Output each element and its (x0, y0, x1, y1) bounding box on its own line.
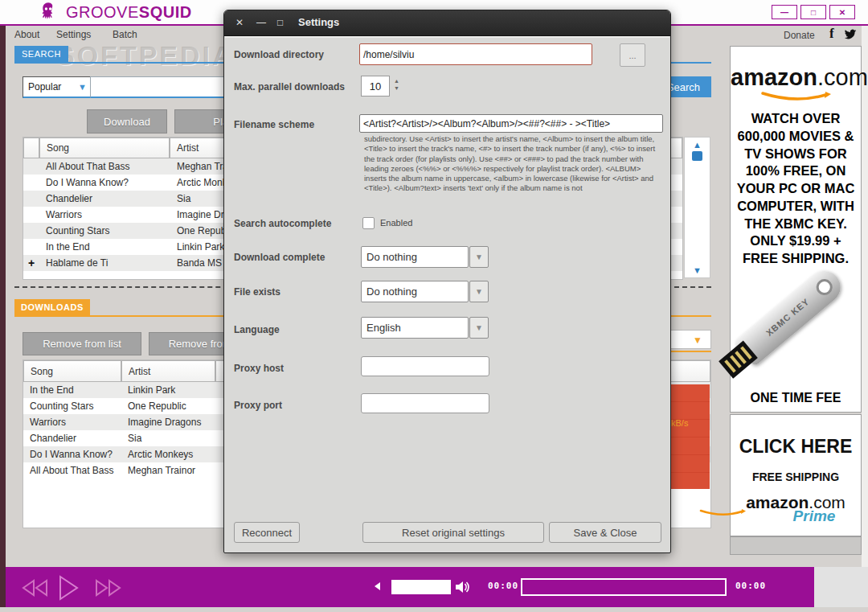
song-cell: Counting Stars (39, 225, 170, 236)
download-complete-label: Download complete (234, 252, 325, 263)
menu-about[interactable]: About (14, 29, 39, 40)
chevron-down-icon[interactable]: ▼ (469, 317, 489, 339)
amazon-swoosh-icon (698, 509, 747, 517)
volume-slider[interactable] (391, 580, 451, 594)
app-logo: GROOVESQUID (66, 3, 192, 22)
proxy-host-label: Proxy host (234, 363, 284, 374)
song-cell: All About That Bass (39, 161, 170, 172)
reconnect-button[interactable]: Reconnect (234, 522, 300, 543)
download-directory-input[interactable] (359, 43, 592, 65)
results-header-spacer[interactable] (23, 138, 39, 158)
elapsed-time: 00:00 (488, 581, 518, 591)
filename-scheme-input[interactable] (359, 114, 663, 133)
window-bottom-border (0, 607, 868, 612)
autocomplete-checkbox[interactable] (362, 217, 375, 229)
dialog-title: Settings (298, 16, 339, 28)
chevron-down-icon[interactable]: ▼ (469, 246, 489, 268)
play-icon[interactable] (57, 575, 80, 601)
proxy-host-input[interactable] (361, 356, 489, 376)
file-exists-label: File exists (234, 286, 280, 298)
key-label: XBMC KEY (764, 296, 811, 338)
logo-groove: GROOVE (66, 3, 139, 21)
usb-connector (719, 340, 758, 378)
volume-up-icon[interactable] (454, 579, 470, 595)
remove-from-list-button[interactable]: Remove from list (23, 332, 141, 355)
filename-scheme-help: subdirectory. Use <Artist> to insert the… (364, 134, 661, 209)
ad-panel-prime[interactable]: CLICK HERE FREE SHIPPING amazon.com Prim… (730, 414, 862, 536)
song-cell: Counting Stars (23, 400, 121, 412)
ad-panel-xbmc[interactable]: amazon.com WATCH OVER 600,000 MOVIES & T… (730, 46, 862, 413)
download-complete-select[interactable]: Do nothing (361, 246, 469, 268)
window-right-border (862, 26, 868, 607)
scrollbar-thumb[interactable] (692, 151, 702, 161)
ad-copy: WATCH OVER 600,000 MOVIES & TV SHOWS FOR… (731, 110, 861, 268)
download-speed-column: kB/s (669, 384, 710, 489)
menu-settings[interactable]: Settings (56, 29, 91, 40)
menu-batch[interactable]: Batch (113, 29, 137, 40)
dialog-maximize-icon[interactable]: □ (277, 17, 283, 28)
language-label: Language (234, 324, 280, 335)
dialog-titlebar: ✕ — □ Settings (224, 10, 670, 36)
next-track-icon[interactable] (92, 579, 123, 597)
search-category-value: Popular (28, 81, 61, 92)
browse-button[interactable]: ... (620, 43, 645, 67)
facebook-icon[interactable]: f (829, 26, 834, 42)
download-directory-label: Download directory (234, 49, 324, 60)
dialog-close-icon[interactable]: ✕ (235, 17, 244, 28)
reset-settings-button[interactable]: Reset original settings (362, 522, 544, 543)
player-bar: 00:00 00:00 (6, 567, 814, 607)
window-close-button[interactable]: ✕ (829, 5, 855, 19)
results-scrollbar[interactable]: ▲ ▼ (684, 137, 710, 278)
speed-unit: kB/s (671, 418, 688, 428)
ad-fee-text: ONE TIME FEE (731, 391, 861, 405)
scroll-up-icon[interactable]: ▲ (685, 140, 710, 150)
amazon-logo-suffix: .com (817, 64, 868, 90)
donate-link[interactable]: Donate (784, 30, 815, 41)
chevron-down-icon[interactable]: ▼ (469, 281, 489, 302)
tab-search[interactable]: SEARCH (14, 46, 68, 62)
song-cell: All About That Bass (23, 465, 121, 476)
plus-icon[interactable]: + (23, 257, 39, 269)
volume-down-icon[interactable] (372, 581, 382, 591)
free-shipping-text: FREE SHIPPING (731, 470, 861, 483)
search-autocomplete-label: Search autocomplete (234, 218, 331, 229)
settings-dialog: ✕ — □ Settings Download directory ... Ma… (223, 10, 671, 553)
downloads-header-artist[interactable]: Artist (121, 360, 215, 382)
max-parallel-stepper[interactable]: 10 (361, 76, 390, 97)
squid-logo-icon (37, 2, 59, 23)
song-cell: Chandelier (23, 433, 121, 444)
stepper-arrows[interactable]: ▲▼ (391, 77, 402, 92)
dialog-body-highlight (225, 36, 669, 38)
tab-downloads[interactable]: DOWNLOADS (14, 299, 90, 315)
chevron-down-icon: ▼ (78, 82, 87, 92)
autocomplete-checkbox-label: Enabled (380, 218, 412, 228)
seek-bar[interactable] (521, 578, 727, 596)
song-cell: Warriors (39, 209, 170, 220)
spin-down-icon[interactable]: ▼ (394, 85, 399, 91)
download-button[interactable]: Download (87, 109, 167, 133)
amazon-logo-text: amazon (731, 64, 817, 90)
window-maximize-button[interactable]: □ (800, 5, 826, 19)
song-cell: Do I Wanna Know? (39, 177, 170, 188)
song-cell: Hablame de Ti (39, 257, 170, 269)
file-exists-select[interactable]: Do nothing (361, 281, 469, 302)
amazon-logo: amazon.com (731, 64, 861, 91)
twitter-icon[interactable] (844, 29, 857, 40)
song-cell: In the End (23, 384, 121, 396)
results-header-song[interactable]: Song (39, 138, 170, 158)
dialog-minimize-icon[interactable]: — (256, 17, 266, 28)
key-hole (813, 276, 836, 298)
ad-footer (730, 536, 862, 555)
song-cell: Warriors (23, 417, 121, 428)
language-select[interactable]: English (361, 317, 469, 339)
downloads-header-song[interactable]: Song (23, 360, 121, 382)
proxy-port-input[interactable] (361, 393, 489, 413)
click-here-text: CLICK HERE (731, 436, 861, 458)
spin-up-icon[interactable]: ▲ (394, 78, 399, 84)
save-close-button[interactable]: Save & Close (549, 522, 661, 543)
scroll-down-icon[interactable]: ▼ (685, 265, 710, 275)
previous-track-icon[interactable] (20, 579, 51, 597)
search-category-dropdown[interactable]: Popular ▼ (23, 76, 92, 98)
window-minimize-button[interactable]: — (772, 5, 797, 19)
max-parallel-label: Max. parallel downloads (234, 81, 345, 92)
